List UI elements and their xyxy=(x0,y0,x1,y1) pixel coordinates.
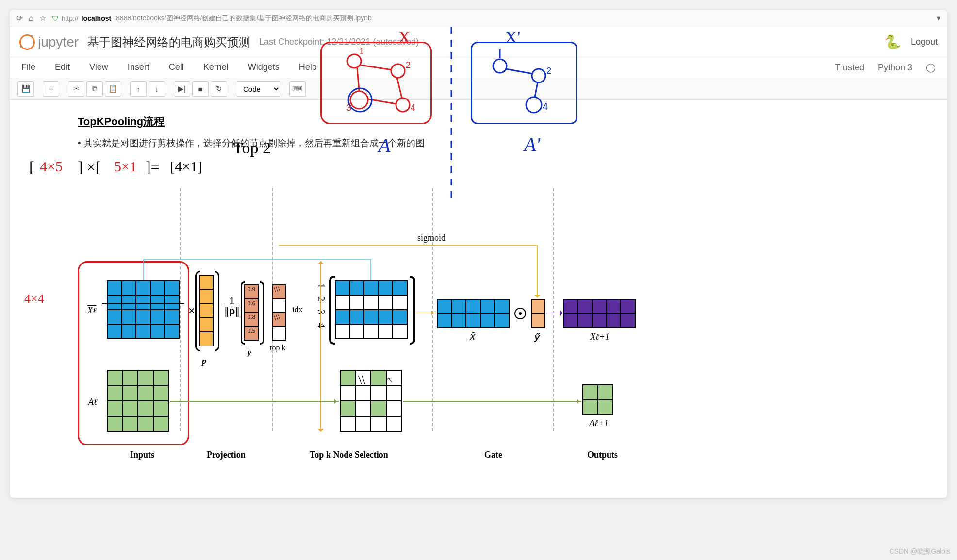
annot-4x4: 4×4 xyxy=(24,292,44,306)
label-ytilde: ỹ xyxy=(534,332,539,343)
svg-line-5 xyxy=(397,78,402,98)
star-icon[interactable]: ☆ xyxy=(39,14,46,23)
annot-bracket-l: [ xyxy=(29,158,34,176)
notebook-content: TopKPooling流程 • 其实就是对图进行剪枝操作，选择分低的节点剔除掉，… xyxy=(10,100,947,498)
checkpoint-text: Last Checkpoint: 12/21/2021 (autosaved) xyxy=(259,37,419,47)
svg-text:1: 1 xyxy=(359,47,364,56)
svg-point-2 xyxy=(350,91,368,109)
topk-diagram: Xℓ Aℓ × xyxy=(78,169,641,460)
label-idx: idx xyxy=(292,305,303,314)
label-sigmoid: sigmoid xyxy=(417,233,446,243)
svg-point-14 xyxy=(532,69,545,82)
kernel-name[interactable]: Python 3 xyxy=(878,63,912,73)
section-projection: Projection xyxy=(207,450,246,460)
home-icon[interactable]: ⌂ xyxy=(29,14,33,23)
menu-help[interactable]: Help xyxy=(299,62,317,73)
annot-blue-dash xyxy=(446,27,456,202)
y-bracket-r xyxy=(260,281,264,345)
trusted-indicator[interactable]: Trusted xyxy=(835,63,864,73)
jupyter-text: jupyter xyxy=(38,34,79,50)
reload-icon[interactable]: ⟳ xyxy=(16,14,23,23)
odot-icon xyxy=(514,308,526,319)
label-p: p xyxy=(202,356,206,366)
cell-type-select[interactable]: Code xyxy=(236,81,280,97)
label-al1: Aℓ+1 xyxy=(589,418,609,428)
svg-point-0 xyxy=(347,54,361,68)
paste-button[interactable]: 📋 xyxy=(105,81,121,97)
menu-edit[interactable]: Edit xyxy=(55,62,70,73)
idx-arrow-dn xyxy=(318,429,324,435)
vector-y: 0.9 0.6 0.8 0.5 xyxy=(244,284,259,341)
xsel-bracket-r xyxy=(410,276,415,345)
restart-button[interactable]: ↻ xyxy=(211,81,227,97)
svg-point-15 xyxy=(526,97,542,113)
svg-text:4: 4 xyxy=(411,103,415,113)
svg-text:2: 2 xyxy=(406,60,411,70)
arrow-xsel xyxy=(416,313,436,313)
save-button[interactable]: 💾 xyxy=(17,81,34,97)
add-cell-button[interactable]: ＋ xyxy=(43,81,59,97)
cyan-h xyxy=(143,259,371,260)
idx-arrow-v xyxy=(320,261,321,431)
sigmoid-arrow-h xyxy=(279,245,538,246)
label-xtilde: X̃ xyxy=(469,332,475,343)
p-bracket-l xyxy=(195,271,200,351)
menu-kernel[interactable]: Kernel xyxy=(203,62,229,73)
logout-link[interactable]: Logout xyxy=(911,37,938,47)
svg-line-4 xyxy=(360,65,392,70)
jupyter-logo[interactable]: jupyter xyxy=(19,34,79,50)
label-topk: top k xyxy=(270,344,285,352)
menu-widgets[interactable]: Widgets xyxy=(248,62,280,73)
label-xl: Xℓ xyxy=(87,306,97,316)
cell-bullet: • 其实就是对图进行剪枝操作，选择分低的节点剔除掉，然后再重新组合成一个新的图 xyxy=(78,137,908,149)
run-button[interactable]: ▶| xyxy=(174,81,190,97)
divider-3 xyxy=(432,188,433,431)
menu-cell[interactable]: Cell xyxy=(169,62,184,73)
svg-line-17 xyxy=(535,82,538,97)
label-norm: 1 ‖p‖ xyxy=(224,296,240,316)
url-prefix: http:// xyxy=(62,15,79,22)
move-up-button[interactable]: ↑ xyxy=(130,81,147,97)
label-y: y xyxy=(248,347,251,358)
xl-midline xyxy=(102,303,184,304)
url-path: :8888/notebooks/图神经网络/创建自己的数据集/基于图神经网络的电… xyxy=(114,14,372,23)
command-palette-button[interactable]: ⌨ xyxy=(289,81,306,97)
move-down-button[interactable]: ↓ xyxy=(148,81,165,97)
python-logo-icon: 🐍 xyxy=(884,34,901,50)
browser-nav-bar: ⟳ ⌂ ☆ 🛡 http://localhost:8888/notebooks/… xyxy=(10,10,947,27)
copy-button[interactable]: ⧉ xyxy=(86,81,103,97)
vector-p xyxy=(199,275,214,346)
svg-text:4: 4 xyxy=(543,101,548,112)
matrix-x-selected xyxy=(335,280,408,339)
annot-graph-blue: 2 4 xyxy=(476,47,573,122)
matrix-al xyxy=(107,370,169,432)
kernel-status-icon: ◯ xyxy=(926,62,936,73)
cut-button[interactable]: ✂ xyxy=(68,81,84,97)
section-topk: Top k Node Selection xyxy=(310,450,388,460)
annot-graph-red: 1 2 3 4 xyxy=(325,47,427,122)
svg-text:3: 3 xyxy=(346,103,351,113)
section-gate: Gate xyxy=(484,450,502,460)
arrow-a1 xyxy=(170,401,339,402)
cyan-v2 xyxy=(370,259,371,280)
shield-icon: 🛡 xyxy=(52,15,59,22)
cyan-v1 xyxy=(143,259,144,280)
xsel-bracket-l xyxy=(329,276,335,345)
menu-file[interactable]: File xyxy=(21,62,35,73)
svg-point-3 xyxy=(396,98,410,112)
vector-ytilde xyxy=(531,299,545,328)
section-inputs: Inputs xyxy=(130,450,154,460)
menu-chevron-icon[interactable]: ▾ xyxy=(937,14,940,23)
menu-view[interactable]: View xyxy=(89,62,108,73)
stop-button[interactable]: ■ xyxy=(192,81,209,97)
matrix-al1 xyxy=(582,384,613,415)
divider-1 xyxy=(180,188,181,431)
sigmoid-arrowhead xyxy=(534,295,540,301)
arrow-a2 xyxy=(403,401,581,402)
svg-point-13 xyxy=(493,59,507,73)
url-bar[interactable]: 🛡 http://localhost:8888/notebooks/图神经网络/… xyxy=(52,14,931,23)
menu-insert[interactable]: Insert xyxy=(128,62,149,73)
section-outputs: Outputs xyxy=(587,450,618,460)
matrix-xtilde xyxy=(437,299,510,328)
notebook-title[interactable]: 基于图神经网络的电商购买预测 xyxy=(87,34,250,50)
